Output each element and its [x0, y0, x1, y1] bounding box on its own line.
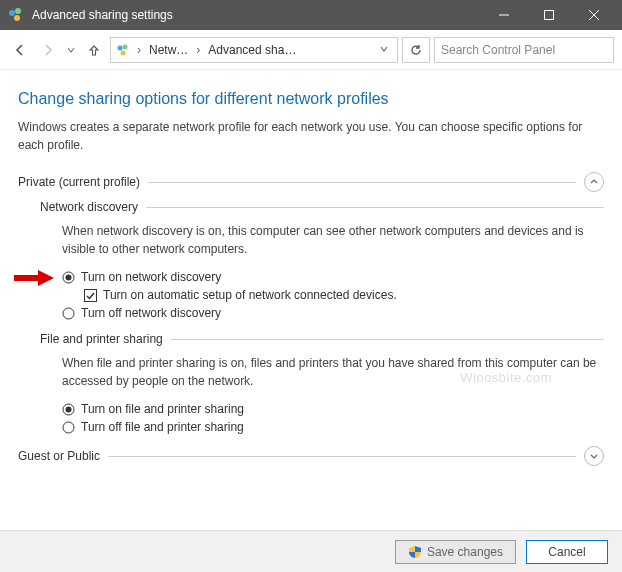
navigation-bar: › Netw… › Advanced sha… Search Control P… — [0, 30, 622, 70]
checkbox-auto-setup[interactable]: Turn on automatic setup of network conne… — [84, 288, 604, 302]
button-label: Cancel — [548, 545, 585, 559]
control-panel-icon — [115, 42, 131, 58]
profile-section-guest[interactable]: Guest or Public — [18, 446, 604, 466]
page-intro: Windows creates a separate network profi… — [18, 118, 604, 154]
svg-point-8 — [123, 44, 128, 49]
svg-point-12 — [66, 274, 72, 280]
subsection-network-discovery: Network discovery When network discovery… — [40, 200, 604, 320]
address-dropdown[interactable] — [375, 43, 393, 57]
back-button[interactable] — [8, 38, 32, 62]
radio-turn-on-file-printer[interactable]: Turn on file and printer sharing — [62, 402, 604, 416]
window-title: Advanced sharing settings — [32, 8, 173, 22]
svg-rect-10 — [14, 275, 40, 281]
svg-point-16 — [66, 406, 72, 412]
control-panel-icon — [8, 7, 24, 23]
svg-rect-13 — [85, 289, 97, 301]
option-label: Turn off network discovery — [81, 306, 221, 320]
divider — [146, 207, 604, 208]
radio-unselected-icon — [62, 421, 75, 434]
subsection-title: Network discovery — [40, 200, 146, 214]
button-label: Save changes — [427, 545, 503, 559]
annotation-arrow-icon — [14, 270, 54, 286]
divider — [148, 182, 576, 183]
option-label: Turn on automatic setup of network conne… — [103, 288, 397, 302]
save-changes-button[interactable]: Save changes — [395, 540, 516, 564]
profile-label: Private (current profile) — [18, 175, 148, 189]
profile-label: Guest or Public — [18, 449, 108, 463]
svg-point-17 — [63, 422, 74, 433]
option-label: Turn on network discovery — [81, 270, 221, 284]
breadcrumb-item[interactable]: Advanced sha… — [206, 43, 298, 57]
minimize-button[interactable] — [481, 0, 526, 30]
subsection-description: When network discovery is on, this compu… — [62, 222, 604, 258]
subsection-description: When file and printer sharing is on, fil… — [62, 354, 604, 390]
radio-selected-icon — [62, 271, 75, 284]
option-label: Turn on file and printer sharing — [81, 402, 244, 416]
address-bar[interactable]: › Netw… › Advanced sha… — [110, 37, 398, 63]
history-dropdown[interactable] — [64, 38, 78, 62]
divider — [108, 456, 576, 457]
network-discovery-options: Turn on network discovery Turn on automa… — [62, 270, 604, 320]
chevron-right-icon: › — [194, 43, 202, 57]
search-input[interactable]: Search Control Panel — [434, 37, 614, 63]
collapse-button[interactable] — [584, 172, 604, 192]
forward-button[interactable] — [36, 38, 60, 62]
search-placeholder: Search Control Panel — [441, 43, 555, 57]
profile-section-private[interactable]: Private (current profile) — [18, 172, 604, 192]
radio-turn-off-file-printer[interactable]: Turn off file and printer sharing — [62, 420, 604, 434]
footer-bar: Save changes Cancel — [0, 530, 622, 572]
divider — [171, 339, 604, 340]
radio-turn-off-network-discovery[interactable]: Turn off network discovery — [62, 306, 604, 320]
close-button[interactable] — [571, 0, 616, 30]
up-button[interactable] — [82, 38, 106, 62]
subsection-file-printer-sharing: File and printer sharing When file and p… — [40, 332, 604, 434]
content-area: Change sharing options for different net… — [0, 70, 622, 530]
cancel-button[interactable]: Cancel — [526, 540, 608, 564]
page-heading: Change sharing options for different net… — [18, 90, 604, 108]
maximize-button[interactable] — [526, 0, 571, 30]
refresh-button[interactable] — [402, 37, 430, 63]
svg-point-2 — [14, 15, 20, 21]
svg-point-14 — [63, 308, 74, 319]
radio-selected-icon — [62, 403, 75, 416]
svg-point-9 — [121, 50, 126, 55]
svg-point-7 — [118, 45, 123, 50]
file-printer-options: Turn on file and printer sharing Turn of… — [62, 402, 604, 434]
radio-turn-on-network-discovery[interactable]: Turn on network discovery — [62, 270, 604, 284]
svg-point-0 — [9, 10, 15, 16]
chevron-right-icon: › — [135, 43, 143, 57]
checkbox-checked-icon — [84, 289, 97, 302]
uac-shield-icon — [408, 545, 422, 559]
svg-point-1 — [15, 8, 21, 14]
option-label: Turn off file and printer sharing — [81, 420, 244, 434]
expand-button[interactable] — [584, 446, 604, 466]
svg-rect-4 — [544, 11, 553, 20]
radio-unselected-icon — [62, 307, 75, 320]
titlebar: Advanced sharing settings — [0, 0, 622, 30]
breadcrumb-item[interactable]: Netw… — [147, 43, 190, 57]
subsection-title: File and printer sharing — [40, 332, 171, 346]
